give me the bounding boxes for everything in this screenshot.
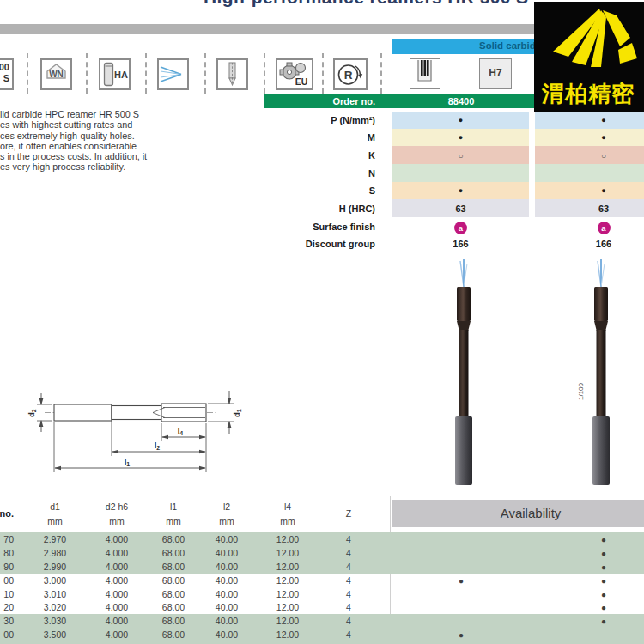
series-label-icon: 00 S [0, 58, 14, 90]
straight-flute-icon [410, 58, 440, 89]
col-header-l1: l1 [148, 501, 199, 512]
col-header-l2: l2 [201, 501, 252, 512]
order-no-bar: Order no. 88400 [264, 94, 534, 108]
material-row-h: H (HRC) 63 63 [0, 199, 644, 217]
order-no-value: 88400 [392, 94, 530, 108]
table-row: 003.5004.00068.0040.0012.004● [0, 628, 644, 641]
table-row: 303.0304.00068.0040.0012.004● [0, 614, 644, 628]
svg-text:l2: l2 [155, 440, 161, 451]
surface-finish-badge: a [454, 222, 467, 234]
table-row: 203.0204.00068.0040.0012.004● [0, 600, 644, 614]
table-row: 103.0104.00068.0040.0012.004● [0, 587, 644, 601]
catalog-page: { "page": { "cropped_title": "High-perfo… [0, 0, 644, 644]
product-description: lid carbide HPC reamer HR 500 S es with … [0, 109, 266, 173]
icon-separator [27, 53, 28, 94]
icon-separator [204, 53, 206, 94]
workpiece-wn-icon: WN [40, 58, 72, 90]
surface-finish-badge: a [598, 222, 611, 234]
icon-separator [380, 53, 382, 94]
logo-mark-icon [534, 2, 644, 77]
table-row: 902.9904.00068.0040.0012.004● [0, 560, 644, 574]
coolant-spray-icon [157, 58, 189, 90]
icon-separator [145, 53, 147, 94]
svg-text:d1: d1 [232, 409, 242, 417]
blind-hole-tool-icon [216, 58, 248, 90]
right-hand-rotation-icon: R [333, 58, 368, 90]
table-row: 003.0004.00068.0040.0012.004●● [0, 574, 644, 587]
dimension-table: 702.9704.00068.0040.0012.004● 802.9804.0… [0, 532, 644, 644]
col-header-l4: l4 [262, 501, 313, 512]
svg-text:WN: WN [49, 70, 64, 79]
eu-production-icon: EU [276, 58, 313, 90]
reamer-photo [575, 256, 627, 488]
icon-separator [86, 53, 88, 94]
table-row: 802.9804.00068.0040.0012.004● [0, 546, 644, 560]
icon-separator [264, 53, 265, 94]
svg-text:d2: d2 [27, 409, 37, 417]
col-header-d2: d2 h6 [91, 501, 143, 512]
page-title: High-performance reamers HR 500 S [204, 0, 529, 8]
col-header-z: Z [331, 508, 366, 519]
shank-ha-icon: HA [99, 58, 131, 90]
discount-group-row: Discount group 166 166 [0, 235, 644, 252]
dimension-table-header: e no. d1 mm d2 h6 mm l1 mm l2 mm l4 mm Z [0, 496, 644, 532]
scale-note: 1/100 [577, 374, 603, 400]
material-row-s: S ● ● [0, 182, 644, 199]
col-header-no: e no. [0, 508, 14, 519]
svg-text:HA: HA [114, 70, 128, 80]
logo-chinese-text: 渭柏精密 [534, 79, 642, 109]
svg-text:l4: l4 [178, 426, 184, 436]
surface-finish-row: Surface finish a a [0, 217, 644, 235]
reamer-photo [438, 256, 489, 488]
svg-text:R: R [344, 69, 353, 82]
watermark-logo: 渭柏精密 [534, 2, 644, 112]
table-row: 702.9704.00068.0040.0012.004● [0, 532, 644, 546]
tolerance-h7-icon: H7 [479, 58, 512, 89]
icon-separator [322, 53, 324, 94]
solid-carbide-label: Solid carbide [479, 40, 541, 51]
col-header-d1: d1 [29, 501, 81, 512]
svg-text:l1: l1 [125, 457, 131, 467]
order-no-label: Order no. [264, 94, 375, 108]
dimension-drawing: d2 d1 l4 l2 l1 [17, 376, 258, 496]
svg-text:EU: EU [295, 76, 308, 87]
